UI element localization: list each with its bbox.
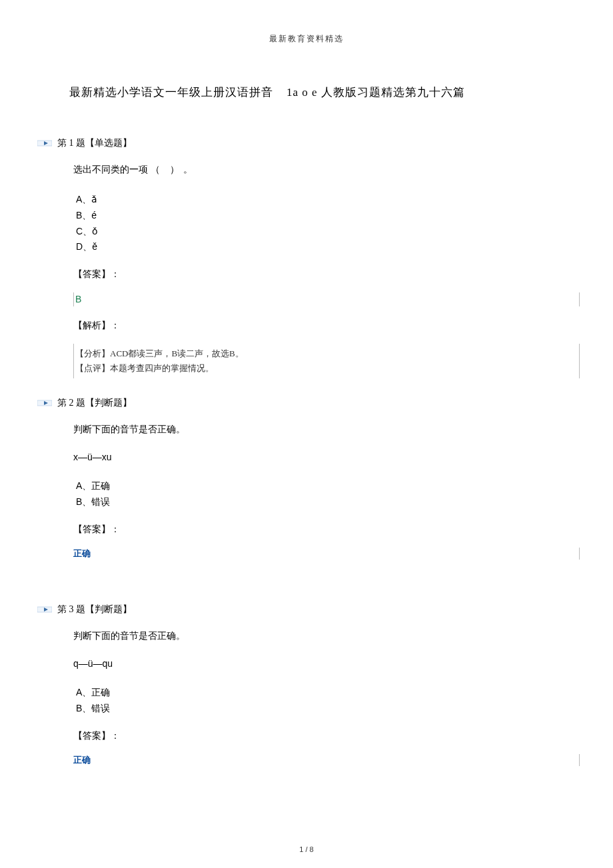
answer-badge: 正确 — [73, 754, 580, 766]
option-b-label: B、 — [76, 210, 91, 220]
option-b: B、错误 — [76, 494, 566, 510]
answer-label: 【答案】： — [73, 268, 566, 280]
question-2-body: 判断下面的音节是否正确。 x—ü—xu A、正确 B、错误 【答案】： 正确 — [73, 424, 566, 584]
page-number: 1 / 8 — [0, 845, 613, 853]
option-c-label: C、 — [76, 226, 92, 236]
option-b-value: é — [91, 210, 97, 220]
option-a: A、ǎ — [76, 192, 566, 208]
question-3-prompt: 判断下面的音节是否正确。 — [73, 630, 566, 642]
answer-label: 【答案】： — [73, 730, 566, 742]
option-d: D、ě — [76, 239, 566, 255]
answer-badge: 正确 — [73, 548, 580, 560]
option-a: A、正确 — [76, 478, 566, 494]
document-title: 最新精选小学语文一年级上册汉语拼音1a o e 人教版习题精选第九十六篇 — [69, 85, 566, 100]
answer-value: B — [75, 294, 81, 304]
option-d-label: D、 — [76, 241, 92, 252]
answer-label: 【答案】： — [73, 524, 566, 536]
option-b: B、é — [76, 208, 566, 224]
q2-option-a-label: A、 — [76, 480, 91, 491]
question-2-syllable: x—ü—xu — [73, 452, 566, 462]
answer-box: B — [73, 292, 580, 306]
analysis-box: 【分析】ACD都读三声，B读二声，故选B。 【点评】本题考查四声的掌握情况。 — [73, 344, 580, 378]
analysis-label: 【解析】： — [73, 320, 566, 332]
pointer-icon — [37, 398, 52, 408]
analysis-line-1: 【分析】ACD都读三声，B读二声，故选B。 — [75, 346, 576, 361]
q3-option-b-value: 错误 — [91, 703, 110, 713]
question-3-body: 判断下面的音节是否正确。 q—ü—qu A、正确 B、错误 【答案】： 正确 — [73, 630, 566, 790]
title-part1: 最新精选小学语文一年级上册汉语拼音 — [69, 86, 273, 99]
question-3-header: 第 3 题【判断题】 — [37, 604, 566, 616]
question-1-header: 第 1 题【单选题】 — [37, 137, 566, 149]
q1-prompt-text: 选出不同类的一项 — [73, 165, 148, 175]
option-d-value: ě — [92, 241, 97, 252]
q2-option-b-value: 错误 — [91, 496, 110, 507]
question-1-prompt: 选出不同类的一项 （ ）。 — [73, 164, 566, 176]
pointer-icon — [37, 139, 52, 148]
q3-option-a-value: 正确 — [91, 687, 110, 697]
q3-option-b-label: B、 — [76, 703, 91, 713]
pointer-icon — [37, 605, 52, 614]
question-1-label: 第 1 题【单选题】 — [57, 137, 132, 149]
question-1-options: A、ǎ B、é C、ǒ D、ě — [76, 192, 566, 255]
question-2-label: 第 2 题【判断题】 — [57, 397, 132, 409]
question-2-prompt: 判断下面的音节是否正确。 — [73, 424, 566, 436]
option-a-label: A、 — [76, 194, 91, 205]
q2-option-b-label: B、 — [76, 496, 91, 507]
q3-option-a-label: A、 — [76, 687, 91, 697]
option-a-value: ǎ — [91, 194, 97, 205]
question-3-options: A、正确 B、错误 — [76, 685, 566, 717]
analysis-line-2: 【点评】本题考查四声的掌握情况。 — [75, 361, 576, 376]
question-1-body: 选出不同类的一项 （ ）。 A、ǎ B、é C、ǒ D、ě 【答案】： B 【解… — [73, 164, 566, 378]
question-2-header: 第 2 题【判断题】 — [37, 397, 566, 409]
q1-prompt-paren: （ ）。 — [151, 165, 197, 175]
option-a: A、正确 — [76, 685, 566, 701]
page-content: 最新教育资料精选 最新精选小学语文一年级上册汉语拼音1a o e 人教版习题精选… — [0, 0, 613, 817]
option-b: B、错误 — [76, 701, 566, 717]
option-c: C、ǒ — [76, 224, 566, 240]
question-2-options: A、正确 B、错误 — [76, 478, 566, 510]
page-header: 最新教育资料精选 — [47, 33, 566, 45]
question-3-label: 第 3 题【判断题】 — [57, 604, 132, 616]
question-3-syllable: q—ü—qu — [73, 658, 566, 669]
q2-option-a-value: 正确 — [91, 480, 110, 491]
title-part2: 1a o e 人教版习题精选第九十六篇 — [287, 86, 465, 99]
option-c-value: ǒ — [92, 226, 98, 236]
